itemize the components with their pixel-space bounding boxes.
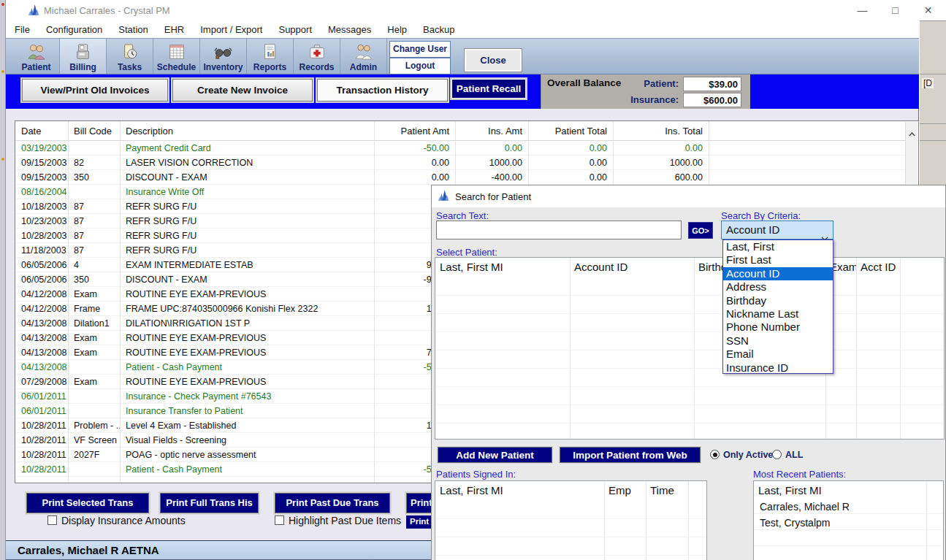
menu-item-help[interactable]: Help [387, 24, 407, 35]
change-user-button[interactable]: Change User [389, 41, 451, 58]
txn-bill-code: 350 [68, 275, 120, 285]
txn-bill-code: 2027F [68, 450, 120, 460]
menu-item-file[interactable]: File [15, 24, 30, 35]
import-patient-from-web-button[interactable]: Import Patient from Web [560, 447, 701, 463]
txn-description: REFR SURG F/U [120, 231, 374, 241]
toolbar-button-label: Schedule [157, 62, 196, 72]
all-radio[interactable] [772, 450, 782, 459]
list-item[interactable]: Carrales, Michael R [754, 499, 850, 515]
menu-item-ehr[interactable]: EHR [164, 24, 184, 35]
menu-item-support[interactable]: Support [278, 24, 312, 35]
close-button[interactable]: Close [464, 48, 522, 72]
logout-button[interactable]: Logout [389, 58, 451, 74]
txn-column-header: Date [15, 126, 68, 137]
txn-date: 06/01/2011 [15, 406, 68, 416]
criteria-option-insurance-id[interactable]: Insurance ID [723, 361, 833, 375]
txn-date: 09/15/2003 [15, 172, 68, 183]
txn-bill-code: 82 [68, 158, 120, 168]
table-row[interactable]: 09/15/200382LASER VISION CORRECTION0.001… [15, 156, 918, 170]
toolbar-button-records[interactable]: Records [294, 39, 340, 74]
toolbar-button-schedule[interactable]: Schedule [153, 39, 200, 74]
toolbar-button-inventory[interactable]: Inventory [200, 39, 247, 74]
search-text-input[interactable] [436, 220, 682, 239]
toolbar-button-reports[interactable]: Reports [247, 39, 294, 74]
list-column-header: Time [646, 481, 688, 500]
menu-item-station[interactable]: Station [118, 24, 148, 35]
criteria-option-ssn[interactable]: SSN [723, 334, 833, 348]
criteria-option-last-first[interactable]: Last, First [723, 240, 833, 253]
tab-create-new-invoice[interactable]: Create New Invoice [172, 79, 313, 101]
txn-column-header: Description [120, 126, 374, 137]
add-new-patient-button[interactable]: Add New Patient [438, 447, 552, 463]
most-recent-patients-list[interactable]: Last, First MICarrales, Michael RTest, C… [753, 480, 944, 560]
schedule-icon [167, 42, 186, 62]
table-row[interactable]: 09/15/2003350DISCOUNT - EXAM0.00-400.000… [15, 170, 918, 185]
criteria-option-nickname-last[interactable]: Nickname Last [723, 307, 833, 321]
dialog-title-bar[interactable]: Search for Patient [432, 185, 945, 207]
menu-item-configuration[interactable]: Configuration [46, 24, 102, 35]
minimize-button[interactable]: — [846, 0, 879, 20]
table-row[interactable]: 03/19/2003Payment Credit Card-50.000.000… [15, 141, 918, 156]
menu-item-backup[interactable]: Backup [423, 24, 454, 35]
toolbar-button-label: Patient [21, 62, 50, 72]
patient-recall-button[interactable]: Patient Recall [451, 79, 526, 99]
txn-description: ROUTINE EYE EXAM-PREVIOUS [120, 289, 374, 299]
print-selected-trans-button[interactable]: Print Selected Trans [26, 493, 149, 513]
print-full-trans-his-button[interactable]: Print Full Trans His [160, 493, 259, 513]
print-past-due-trans-button[interactable]: Print Past Due Trans [275, 493, 390, 513]
scroll-up-icon[interactable] [909, 126, 915, 139]
insurance-balance-value: $600.00 [683, 93, 741, 107]
toolbar-button-label: Billing [69, 62, 96, 72]
only-active-radio[interactable] [710, 450, 720, 459]
txn-patient-amt: 0.00 [374, 158, 455, 168]
close-window-button[interactable]: ✕ [912, 0, 945, 20]
txn-date: 04/12/2008 [15, 304, 68, 314]
txn-date: 06/01/2011 [15, 391, 68, 402]
txn-date: 04/13/2008 [15, 333, 68, 343]
go-button[interactable]: GO> [688, 222, 713, 239]
display-insurance-amounts-checkbox[interactable] [47, 515, 57, 525]
txn-column-header: Bill Code [68, 126, 120, 137]
txn-bill-code: 87 [68, 245, 120, 256]
txn-bill-code: Exam [68, 333, 120, 343]
admin-icon [354, 42, 373, 62]
txn-date: 04/13/2008 [15, 362, 68, 372]
txn-column-header: Patient Amt [374, 126, 455, 137]
txn-bill-code: Problem - ... [68, 421, 120, 431]
tab-transaction-history[interactable]: Transaction History [317, 79, 448, 101]
highlight-past-due-checkbox[interactable] [275, 515, 284, 525]
toolbar-button-billing[interactable]: Billing [60, 39, 107, 74]
criteria-option-account-id[interactable]: Account ID [723, 267, 833, 280]
tab-view-print-old-invoices[interactable]: View/Print Old Invoices [22, 79, 168, 101]
select-patient-list[interactable]: Last, First MIAccount IDBirthdayExamAcct… [435, 257, 945, 440]
list-column-header: Last, First MI [435, 258, 570, 277]
criteria-option-first-last[interactable]: First Last [723, 253, 833, 266]
maximize-button[interactable]: □ [879, 0, 912, 20]
toolbar-button-admin[interactable]: Admin [340, 39, 387, 74]
txn-bill-code: Exam [68, 348, 120, 358]
criteria-option-address[interactable]: Address [723, 280, 833, 294]
txn-description: Insurance - Check Payment #76543 [120, 391, 374, 402]
txn-description: DILATION\IRRIGATION 1ST P [120, 318, 374, 329]
txn-bill-code: Dilation1 [68, 318, 120, 329]
toolbar-button-tasks[interactable]: Tasks [107, 39, 153, 74]
criteria-option-phone-number[interactable]: Phone Number [723, 321, 833, 334]
txn-bill-code: 87 [68, 202, 120, 212]
txn-description: DISCOUNT - EXAM [120, 275, 374, 285]
list-column-header: Emp [604, 481, 646, 500]
criteria-dropdown[interactable]: Account ID [721, 220, 834, 239]
criteria-option-email[interactable]: Email [723, 348, 833, 361]
crystal-pm-logo-icon [438, 189, 449, 204]
list-item[interactable]: Test, Crystalpm [754, 515, 830, 531]
txn-date: 07/29/2008 [15, 377, 68, 387]
menu-item-messages[interactable]: Messages [328, 24, 371, 35]
background-window-edge [0, 0, 6, 560]
txn-ins-amt: -400.00 [455, 172, 528, 183]
patients-signed-in-list[interactable]: Last, First MIEmpTime [435, 480, 707, 560]
txn-date: 10/28/2011 [15, 450, 68, 460]
criteria-option-birthday[interactable]: Birthday [723, 294, 833, 307]
toolbar-button-patient[interactable]: Patient [13, 39, 60, 74]
txn-ins-amt: 0.00 [455, 143, 528, 153]
txn-date: 09/15/2003 [15, 158, 68, 168]
menu-item-import-export[interactable]: Import / Export [200, 24, 262, 35]
